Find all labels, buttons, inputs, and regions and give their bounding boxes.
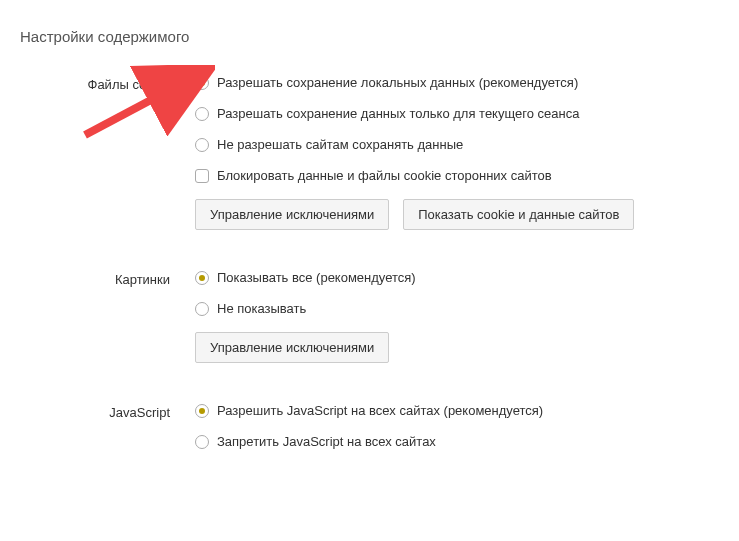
images-show-all-row[interactable]: Показывать все (рекомендуется) bbox=[195, 270, 719, 285]
radio-icon[interactable] bbox=[195, 435, 209, 449]
cookies-block-row[interactable]: Не разрешать сайтам сохранять данные bbox=[195, 137, 719, 152]
cookies-section: Файлы cookie Разрешать сохранение локаль… bbox=[20, 75, 719, 230]
js-block-row[interactable]: Запретить JavaScript на всех сайтах bbox=[195, 434, 719, 449]
radio-icon[interactable] bbox=[195, 138, 209, 152]
radio-icon[interactable] bbox=[195, 107, 209, 121]
images-hide-label: Не показывать bbox=[217, 301, 306, 316]
js-allow-row[interactable]: Разрешить JavaScript на всех сайтах (рек… bbox=[195, 403, 719, 418]
javascript-section: JavaScript Разрешить JavaScript на всех … bbox=[20, 403, 719, 465]
manage-exceptions-button[interactable]: Управление исключениями bbox=[195, 332, 389, 363]
checkbox-icon[interactable] bbox=[195, 169, 209, 183]
cookies-session-only-row[interactable]: Разрешать сохранение данных только для т… bbox=[195, 106, 719, 121]
block-thirdparty-row[interactable]: Блокировать данные и файлы cookie сторон… bbox=[195, 168, 719, 183]
radio-icon[interactable] bbox=[195, 271, 209, 285]
cookies-label: Файлы cookie bbox=[20, 75, 195, 230]
manage-exceptions-button[interactable]: Управление исключениями bbox=[195, 199, 389, 230]
cookies-allow-local-row[interactable]: Разрешать сохранение локальных данных (р… bbox=[195, 75, 719, 90]
javascript-label: JavaScript bbox=[20, 403, 195, 465]
images-show-all-label: Показывать все (рекомендуется) bbox=[217, 270, 416, 285]
radio-icon[interactable] bbox=[195, 76, 209, 90]
show-cookies-button[interactable]: Показать cookie и данные сайтов bbox=[403, 199, 634, 230]
js-block-label: Запретить JavaScript на всех сайтах bbox=[217, 434, 436, 449]
radio-icon[interactable] bbox=[195, 404, 209, 418]
cookies-session-only-label: Разрешать сохранение данных только для т… bbox=[217, 106, 579, 121]
images-label: Картинки bbox=[20, 270, 195, 363]
block-thirdparty-label: Блокировать данные и файлы cookie сторон… bbox=[217, 168, 552, 183]
page-title: Настройки содержимого bbox=[20, 28, 719, 45]
radio-icon[interactable] bbox=[195, 302, 209, 316]
cookies-block-label: Не разрешать сайтам сохранять данные bbox=[217, 137, 463, 152]
images-section: Картинки Показывать все (рекомендуется) … bbox=[20, 270, 719, 363]
images-hide-row[interactable]: Не показывать bbox=[195, 301, 719, 316]
js-allow-label: Разрешить JavaScript на всех сайтах (рек… bbox=[217, 403, 543, 418]
cookies-allow-local-label: Разрешать сохранение локальных данных (р… bbox=[217, 75, 578, 90]
